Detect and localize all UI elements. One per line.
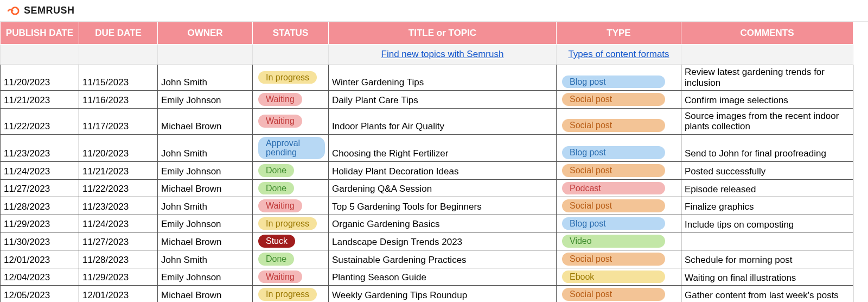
cell-due-date[interactable]: 11/24/2023 xyxy=(79,215,158,232)
cell-owner[interactable]: John Smith xyxy=(158,65,253,91)
cell-owner[interactable]: Michael Brown xyxy=(158,232,253,250)
cell-due-date[interactable]: 11/16/2023 xyxy=(79,91,158,109)
cell-type[interactable]: Social post xyxy=(557,250,681,268)
cell-publish-date[interactable]: 11/29/2023 xyxy=(1,215,79,232)
header-title[interactable]: TITLE or TOPIC xyxy=(329,22,557,45)
cell-comments[interactable]: Episode released xyxy=(681,179,853,197)
cell-status[interactable]: Stuck xyxy=(253,232,329,250)
cell-publish-date[interactable]: 12/04/2023 xyxy=(1,268,79,286)
cell-due-date[interactable]: 11/28/2023 xyxy=(79,250,158,268)
cell-publish-date[interactable]: 11/23/2023 xyxy=(1,134,79,161)
cell-comments[interactable]: Finalize graphics xyxy=(681,197,853,215)
cell-comments[interactable]: Confirm image selections xyxy=(681,91,853,109)
cell-comments[interactable]: Send to John for final proofreading xyxy=(681,134,853,161)
cell-type[interactable]: Video xyxy=(557,232,681,250)
cell-publish-date[interactable]: 12/01/2023 xyxy=(1,250,79,268)
cell-owner[interactable]: John Smith xyxy=(158,134,253,161)
cell-title[interactable]: Gardening Q&A Session xyxy=(329,179,557,197)
cell-type[interactable]: Social post xyxy=(557,91,681,109)
cell-owner[interactable]: Michael Brown xyxy=(158,286,253,302)
header-due-date[interactable]: DUE DATE xyxy=(79,22,158,45)
cell-status[interactable]: In progress xyxy=(253,286,329,302)
find-topics-link[interactable]: Find new topics with Semrush xyxy=(381,49,504,59)
cell-owner[interactable]: Emily Johnson xyxy=(158,215,253,232)
cell-status[interactable]: In progress xyxy=(253,215,329,232)
cell-type[interactable]: Podcast xyxy=(557,179,681,197)
cell-status[interactable]: Waiting xyxy=(253,108,329,134)
cell-owner[interactable]: Emily Johnson xyxy=(158,161,253,179)
cell-due-date[interactable]: 11/21/2023 xyxy=(79,161,158,179)
empty-cell[interactable] xyxy=(253,45,329,65)
header-status[interactable]: STATUS xyxy=(253,22,329,45)
cell-type[interactable]: Ebook xyxy=(557,268,681,286)
cell-publish-date[interactable]: 11/27/2023 xyxy=(1,179,79,197)
link-cell-topics[interactable]: Find new topics with Semrush xyxy=(329,45,557,65)
cell-comments[interactable]: Posted successfully xyxy=(681,161,853,179)
cell-owner[interactable]: John Smith xyxy=(158,197,253,215)
cell-status[interactable]: Done xyxy=(253,179,329,197)
cell-type[interactable]: Social post xyxy=(557,197,681,215)
cell-title[interactable]: Daily Plant Care Tips xyxy=(329,91,557,109)
cell-title[interactable]: Organic Gardening Basics xyxy=(329,215,557,232)
cell-due-date[interactable]: 11/17/2023 xyxy=(79,108,158,134)
empty-cell[interactable] xyxy=(1,45,79,65)
cell-due-date[interactable]: 12/01/2023 xyxy=(79,286,158,302)
cell-title[interactable]: Planting Season Guide xyxy=(329,268,557,286)
cell-due-date[interactable]: 11/27/2023 xyxy=(79,232,158,250)
cell-title[interactable]: Top 5 Gardening Tools for Beginners xyxy=(329,197,557,215)
cell-publish-date[interactable]: 11/20/2023 xyxy=(1,65,79,91)
header-owner[interactable]: OWNER xyxy=(158,22,253,45)
cell-publish-date[interactable]: 11/22/2023 xyxy=(1,108,79,134)
cell-type[interactable]: Blog post xyxy=(557,65,681,91)
cell-type[interactable]: Blog post xyxy=(557,215,681,232)
cell-status[interactable]: In progress xyxy=(253,65,329,91)
cell-publish-date[interactable]: 11/30/2023 xyxy=(1,232,79,250)
cell-title[interactable]: Holiday Plant Decoration Ideas xyxy=(329,161,557,179)
empty-cell[interactable] xyxy=(681,45,853,65)
cell-publish-date[interactable]: 11/21/2023 xyxy=(1,91,79,109)
cell-comments[interactable]: Include tips on composting xyxy=(681,215,853,232)
empty-cell[interactable] xyxy=(79,45,158,65)
cell-due-date[interactable]: 11/22/2023 xyxy=(79,179,158,197)
cell-owner[interactable]: John Smith xyxy=(158,250,253,268)
cell-comments[interactable] xyxy=(681,232,853,250)
cell-status[interactable]: Done xyxy=(253,161,329,179)
cell-publish-date[interactable]: 12/05/2023 xyxy=(1,286,79,302)
cell-owner[interactable]: Emily Johnson xyxy=(158,268,253,286)
cell-comments[interactable]: Source images from the recent indoor pla… xyxy=(681,108,853,134)
cell-comments[interactable]: Schedule for morning post xyxy=(681,250,853,268)
cell-comments[interactable]: Gather content from last week's posts xyxy=(681,286,853,302)
cell-type[interactable]: Social post xyxy=(557,161,681,179)
cell-owner[interactable]: Michael Brown xyxy=(158,179,253,197)
link-cell-formats[interactable]: Types of content formats xyxy=(557,45,681,65)
cell-publish-date[interactable]: 11/28/2023 xyxy=(1,197,79,215)
cell-publish-date[interactable]: 11/24/2023 xyxy=(1,161,79,179)
cell-title[interactable]: Landscape Design Trends 2023 xyxy=(329,232,557,250)
cell-due-date[interactable]: 11/29/2023 xyxy=(79,268,158,286)
cell-status[interactable]: Done xyxy=(253,250,329,268)
cell-owner[interactable]: Emily Johnson xyxy=(158,91,253,109)
cell-status[interactable]: Approval pending xyxy=(253,134,329,161)
cell-comments[interactable]: Review latest gardening trends for inclu… xyxy=(681,65,853,91)
cell-title[interactable]: Weekly Gardening Tips Roundup xyxy=(329,286,557,302)
header-comments[interactable]: COMMENTS xyxy=(681,22,853,45)
cell-comments[interactable]: Waiting on final illustrations xyxy=(681,268,853,286)
cell-status[interactable]: Waiting xyxy=(253,91,329,109)
content-formats-link[interactable]: Types of content formats xyxy=(568,49,669,59)
cell-type[interactable]: Blog post xyxy=(557,134,681,161)
cell-type[interactable]: Social post xyxy=(557,286,681,302)
cell-title[interactable]: Indoor Plants for Air Quality xyxy=(329,108,557,134)
cell-title[interactable]: Winter Gardening Tips xyxy=(329,65,557,91)
cell-due-date[interactable]: 11/23/2023 xyxy=(79,197,158,215)
header-type[interactable]: TYPE xyxy=(557,22,681,45)
cell-status[interactable]: Waiting xyxy=(253,197,329,215)
empty-cell[interactable] xyxy=(158,45,253,65)
cell-title[interactable]: Sustainable Gardening Practices xyxy=(329,250,557,268)
header-publish-date[interactable]: PUBLISH DATE xyxy=(1,22,79,45)
cell-due-date[interactable]: 11/15/2023 xyxy=(79,65,158,91)
cell-owner[interactable]: Michael Brown xyxy=(158,108,253,134)
cell-due-date[interactable]: 11/20/2023 xyxy=(79,134,158,161)
cell-type[interactable]: Social post xyxy=(557,108,681,134)
cell-title[interactable]: Choosing the Right Fertilizer xyxy=(329,134,557,161)
cell-status[interactable]: Waiting xyxy=(253,268,329,286)
